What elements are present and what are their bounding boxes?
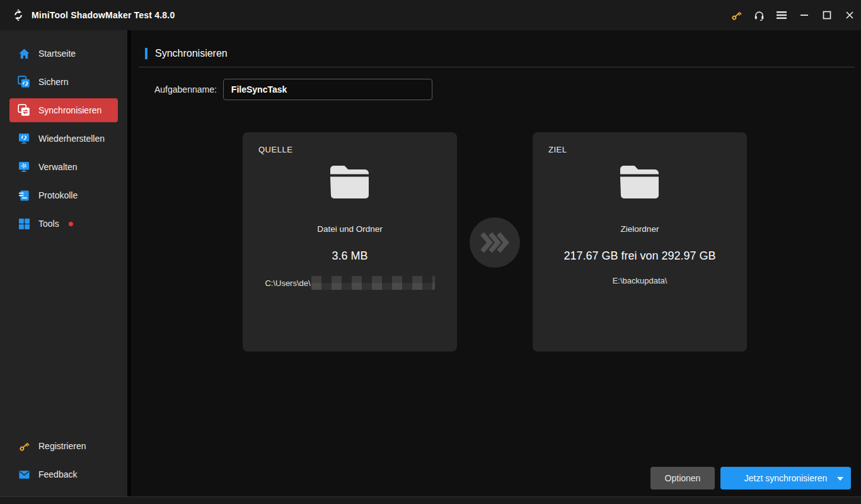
sidebar-item-startseite[interactable]: Startseite xyxy=(9,42,118,66)
sidebar-item-label: Protokolle xyxy=(38,190,78,200)
page-heading: Synchronisieren xyxy=(145,48,228,59)
sidebar-item-label: Startseite xyxy=(38,49,76,59)
sidebar-item-label: Verwalten xyxy=(38,162,77,172)
logs-icon xyxy=(18,189,30,202)
source-path: C:\Users\de\ xyxy=(243,276,457,290)
home-icon xyxy=(18,47,30,60)
manage-icon xyxy=(18,161,30,173)
sync-direction-arrows-icon xyxy=(470,217,520,268)
sidebar-item-label: Synchronisieren xyxy=(38,105,101,115)
heading-accent-bar xyxy=(145,48,147,59)
target-space-label: 217.67 GB frei von 292.97 GB xyxy=(533,249,747,263)
sidebar-item-wiederherstellen[interactable]: Wiederherstellen xyxy=(9,127,118,151)
sidebar-item-label: Tools xyxy=(38,219,59,229)
window-bottom-strip xyxy=(0,496,861,504)
source-type-label: Datei und Ordner xyxy=(243,224,457,234)
task-name-label: Aufgabenname: xyxy=(154,84,217,94)
sidebar-footer: Registrieren Feedback xyxy=(0,434,127,491)
sidebar-item-synchronisieren[interactable]: Synchronisieren xyxy=(9,98,118,122)
register-key-button[interactable] xyxy=(725,0,748,30)
support-headset-button[interactable] xyxy=(748,0,770,30)
task-name-row: Aufgabenname: xyxy=(154,79,432,100)
app-logo-icon xyxy=(11,8,25,22)
target-path-text: E:\backupdata\ xyxy=(613,276,667,285)
minimize-button[interactable] xyxy=(793,0,816,30)
close-button[interactable] xyxy=(838,0,861,30)
titlebar: MiniTool ShadowMaker Test 4.8.0 xyxy=(0,0,861,30)
restore-icon xyxy=(18,132,30,145)
sidebar-item-registrieren[interactable]: Registrieren xyxy=(9,434,118,458)
sidebar-item-sichern[interactable]: Sichern xyxy=(9,70,118,94)
sync-now-button[interactable]: Jetzt synchronisieren xyxy=(720,467,851,490)
app-title: MiniTool ShadowMaker Test 4.8.0 xyxy=(32,10,175,20)
backup-icon xyxy=(18,76,30,88)
source-path-redacted-block xyxy=(311,276,435,290)
sidebar-nav: Startseite Sichern xyxy=(0,30,127,236)
sync-now-label: Jetzt synchronisieren xyxy=(744,473,828,483)
titlebar-actions xyxy=(725,0,861,30)
sidebar-item-label: Registrieren xyxy=(38,441,86,451)
tools-grid-icon xyxy=(18,217,30,230)
target-path: E:\backupdata\ xyxy=(533,276,747,285)
target-card[interactable]: ZIEL Zielordner 217.67 GB frei von 292.9… xyxy=(533,132,747,352)
sidebar-item-label: Feedback xyxy=(38,469,77,479)
source-card[interactable]: QUELLE Datei und Ordner 3.6 MB C:\Users\… xyxy=(243,132,457,352)
sidebar: Startseite Sichern xyxy=(0,30,127,496)
app-window: MiniTool ShadowMaker Test 4.8.0 xyxy=(0,0,861,504)
task-name-input[interactable] xyxy=(223,79,432,100)
target-card-title: ZIEL xyxy=(548,145,567,154)
sidebar-item-tools[interactable]: Tools xyxy=(9,212,118,236)
key-icon xyxy=(18,440,30,452)
sidebar-item-feedback[interactable]: Feedback xyxy=(9,462,118,486)
sidebar-item-verwalten[interactable]: Verwalten xyxy=(9,155,118,179)
sidebar-item-protokolle[interactable]: Protokolle xyxy=(9,183,118,207)
target-type-label: Zielordner xyxy=(533,224,747,234)
source-size-label: 3.6 MB xyxy=(243,249,457,263)
menu-button[interactable] xyxy=(770,0,793,30)
chevron-down-icon[interactable] xyxy=(837,477,843,481)
source-path-prefix: C:\Users\de\ xyxy=(265,278,310,288)
options-button[interactable]: Optionen xyxy=(650,467,715,490)
heading-separator xyxy=(139,67,855,67)
source-card-title: QUELLE xyxy=(258,145,292,154)
sidebar-item-label: Wiederherstellen xyxy=(38,134,105,144)
main-content: Synchronisieren Aufgabenname: QUELLE Dat… xyxy=(131,30,861,496)
folder-icon xyxy=(619,165,661,202)
sidebar-item-label: Sichern xyxy=(38,77,68,87)
page-title: Synchronisieren xyxy=(155,48,228,59)
sync-icon xyxy=(18,104,30,117)
notification-dot xyxy=(69,222,73,226)
maximize-button[interactable] xyxy=(816,0,838,30)
folder-icon xyxy=(329,165,371,202)
mail-icon xyxy=(18,468,30,481)
